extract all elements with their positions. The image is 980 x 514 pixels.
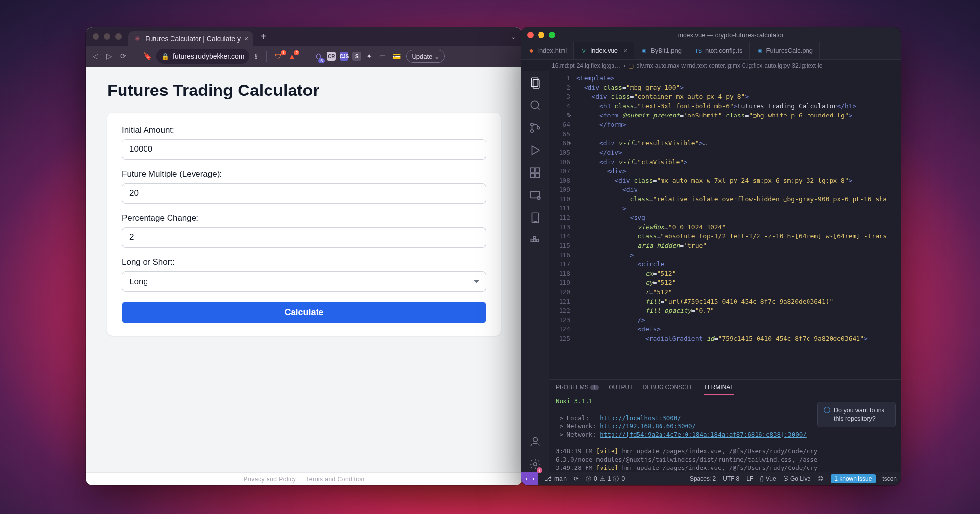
close-dot[interactable] (527, 32, 534, 38)
bookmark-icon[interactable]: 🔖 (143, 52, 152, 61)
minimize-dot[interactable] (104, 33, 110, 40)
debug-icon[interactable] (529, 144, 541, 157)
status-golive[interactable]: ⦿ Go Live (783, 475, 811, 482)
html-file-icon: ◆ (528, 47, 535, 54)
status-spaces[interactable]: Spaces: 2 (690, 475, 716, 482)
breadcrumb-right: div.mx-auto.max-w-md.text-center.lg:mx-0… (637, 62, 822, 69)
panel-terminal[interactable]: TERMINAL (704, 384, 734, 391)
close-tab-icon[interactable]: × (623, 47, 627, 55)
extension-cr-icon[interactable]: CR (327, 52, 336, 61)
panel-output[interactable]: OUTPUT (609, 384, 633, 391)
vscode-titlebar: index.vue — crypto-futures-calculator (521, 27, 901, 42)
editor-tab[interactable]: ▣ByBit1.png (634, 42, 688, 59)
address-bar[interactable]: 🔒 futures.rudybekker.com (156, 49, 249, 64)
account-icon[interactable] (529, 435, 541, 448)
status-tscon[interactable]: tscon (882, 475, 897, 482)
footer-privacy[interactable]: Privacy and Policy (244, 476, 296, 483)
page-body: Futures Trading Calculator Initial Amoun… (86, 67, 522, 472)
search-icon[interactable] (529, 99, 541, 112)
svg-rect-8 (530, 168, 535, 172)
browser-tab-title: Futures Calculator | Calculate y (145, 35, 241, 43)
update-button[interactable]: Update ⌄ (406, 50, 445, 63)
page-footer: Privacy and Policy Terms and Condition (86, 472, 522, 485)
svg-rect-16 (531, 239, 533, 241)
initial-amount-input[interactable] (122, 139, 486, 160)
chevron-right-icon: › (623, 62, 625, 69)
calculate-button[interactable]: Calculate (122, 302, 486, 323)
extension-cjs-icon[interactable]: CJS (340, 52, 348, 61)
extension-s-icon[interactable]: S (352, 52, 361, 61)
panel-problems[interactable]: PROBLEMS1 (556, 384, 599, 391)
footer-terms[interactable]: Terms and Condition (306, 476, 365, 483)
extensions-menu-icon[interactable]: ✦ (365, 52, 374, 60)
percentage-label: Percentage Change: (122, 213, 486, 223)
ts-file-icon: TS (695, 47, 702, 54)
share-icon[interactable]: ⇪ (253, 52, 259, 60)
editor-tab[interactable]: ◆index.html (521, 42, 574, 59)
forward-icon[interactable]: ▷ (104, 52, 114, 61)
back-icon[interactable]: ◁ (91, 52, 100, 61)
extension-hex-icon[interactable]: ⬡6 (314, 52, 323, 60)
status-eol[interactable]: LF (746, 475, 753, 482)
reload-icon[interactable]: ⟳ (118, 52, 128, 61)
svg-point-6 (537, 126, 539, 129)
breadcrumb[interactable]: -16.md:pt-24.lg:flex.lg:ga… › ▢ div.mx-a… (521, 60, 901, 71)
brave-rewards-icon[interactable]: ▲2 (287, 52, 297, 60)
status-encoding[interactable]: UTF-8 (723, 475, 739, 482)
zoom-dot[interactable] (115, 33, 122, 40)
percentage-input[interactable] (122, 227, 486, 248)
vscode-window: index.vue — crypto-futures-calculator ◆i… (521, 27, 901, 485)
leverage-input[interactable] (122, 183, 486, 204)
terminal[interactable]: Nuxi 3.1.1 > Local: http://localhost:300… (549, 394, 901, 472)
docker-icon[interactable] (529, 234, 541, 247)
status-language[interactable]: {} Vue (760, 475, 776, 482)
img-file-icon: ▣ (640, 47, 647, 54)
notification-toast[interactable]: ⓘ Do you want to ins this repository? (817, 402, 896, 427)
side-select[interactable]: Long (122, 271, 486, 292)
new-tab-button[interactable]: + (253, 31, 273, 42)
editor-tab[interactable]: ▣FuturesCalc.png (750, 42, 820, 59)
initial-amount-label: Initial Amount: (122, 125, 486, 135)
browser-window: ⚛ Futures Calculator | Calculate y × + ⌄… (86, 27, 522, 485)
editor-tab[interactable]: Vindex.vue× (574, 42, 634, 59)
svg-point-20 (533, 437, 538, 442)
tabs-overflow-icon[interactable]: ⌄ (505, 33, 522, 41)
explorer-icon[interactable] (529, 76, 541, 89)
img-file-icon: ▣ (756, 47, 763, 54)
tab-label: index.vue (590, 47, 618, 54)
status-diagnostics[interactable]: ⓧ 0 ⚠ 1 ⓘ 0 (586, 475, 625, 483)
vue-file-icon: V (580, 47, 587, 54)
close-tab-icon[interactable]: × (245, 35, 248, 43)
problems-count: 1 (590, 385, 599, 390)
brave-shields-icon[interactable]: 🛡1 (273, 52, 283, 60)
status-feedback-icon[interactable]: ☹ (817, 475, 824, 482)
side-label: Long or Short: (122, 257, 486, 267)
status-sync-icon[interactable]: ⟳ (574, 475, 579, 482)
remote-explorer-icon[interactable] (529, 189, 541, 202)
source-control-icon[interactable] (529, 121, 541, 134)
zoom-dot[interactable] (549, 32, 555, 38)
extensions-icon[interactable] (529, 166, 541, 179)
wallet-icon[interactable]: 💳 (391, 52, 402, 60)
page-title: Futures Trading Calculator (107, 81, 501, 100)
remote-indicator[interactable]: ⟷ (521, 472, 538, 485)
close-dot[interactable] (93, 33, 99, 40)
panel-debug[interactable]: DEBUG CONSOLE (643, 384, 694, 391)
status-branch[interactable]: ⎇ main (545, 475, 567, 482)
window-title: index.vue — crypto-futures-calculator (561, 31, 901, 39)
tab-label: ByBit1.png (651, 47, 682, 54)
minimize-dot[interactable] (538, 32, 544, 38)
status-known-issue[interactable]: 1 known issue (831, 474, 876, 483)
settings-badge: 1 (537, 467, 542, 473)
testing-icon[interactable] (529, 211, 541, 224)
svg-rect-11 (536, 173, 540, 178)
notification-text: Do you want to ins this repository? (834, 406, 884, 423)
url-text: futures.rudybekker.com (173, 52, 245, 60)
editor[interactable]: 12345>646566>105106107108109110111112113… (549, 71, 901, 379)
browser-tab[interactable]: ⚛ Futures Calculator | Calculate y × (128, 31, 253, 46)
svg-rect-12 (530, 191, 540, 198)
code-area[interactable]: <template> <div class="▢bg-gray-100"> <d… (576, 71, 901, 379)
editor-tab[interactable]: TSnuxt.config.ts (688, 42, 750, 59)
reader-icon[interactable]: ▭ (378, 52, 387, 60)
svg-line-3 (537, 107, 539, 110)
